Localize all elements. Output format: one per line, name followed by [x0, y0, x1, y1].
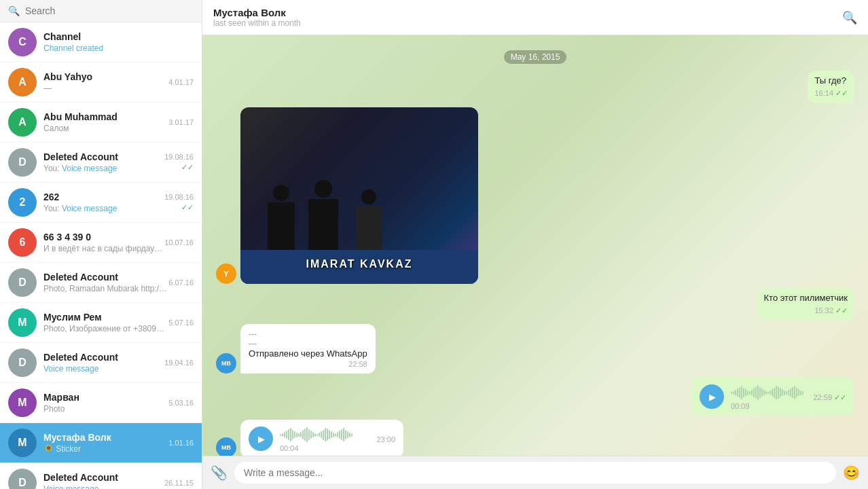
message-bubble: ------ Отправлено через WhatsApp 22:58	[240, 324, 376, 374]
avatar: C	[8, 28, 37, 56]
chat-name: Муслим Рем	[43, 312, 168, 323]
search-icon: 🔍	[8, 5, 20, 16]
chat-meta: 5.07.16	[168, 319, 194, 327]
chat-list-item[interactable]: D Deleted Account Voice message 19.04.16	[0, 343, 202, 383]
date-badge: May 16, 2015	[216, 50, 854, 64]
attach-button[interactable]: 📎	[211, 465, 228, 481]
message-meta: 16:14 ✓✓	[814, 88, 848, 98]
chat-list-item[interactable]: D Deleted Account Voice message 26.11.15	[0, 463, 202, 489]
chat-list-item[interactable]: 2 262 You: Voice message 19.08.16 ✓✓	[0, 183, 202, 223]
chat-preview: You: Voice message	[43, 204, 164, 213]
chat-list: C Channel Channel created A Abu Yahyo — …	[0, 22, 202, 489]
chat-name: Deleted Account	[43, 472, 164, 483]
chat-info: 262 You: Voice message	[43, 192, 164, 213]
chat-preview: Voice message	[43, 364, 164, 374]
message-meta: 22:58	[249, 360, 367, 368]
chat-list-item[interactable]: D Deleted Account Photo, Ramadan Mubarak…	[0, 263, 202, 303]
message-row: 00:09 22:59 ✓✓	[216, 378, 854, 416]
chat-info: Марван Photo	[43, 392, 168, 414]
message-time: 22:59	[813, 393, 832, 401]
audio-duration: 00:09	[731, 402, 806, 410]
chat-name: Марван	[43, 392, 168, 403]
message-time: 22:58	[348, 360, 367, 368]
header-search-button[interactable]: 🔍	[842, 10, 857, 25]
chat-meta: 1.01.16	[168, 439, 194, 447]
messages-area: May 16, 2015 Ты где? 16:14 ✓✓ Y	[202, 35, 868, 456]
chat-input-area: 📎 😊	[202, 456, 868, 489]
message-row: MB 00:04 23:00	[216, 420, 854, 456]
dashes: ------	[249, 329, 367, 348]
audio-duration: 00:04	[280, 444, 369, 452]
chat-info: Мустафа Волк 🌻 Sticker	[43, 432, 168, 454]
chat-list-item[interactable]: М Мустафа Волк 🌻 Sticker 1.01.16	[0, 423, 202, 463]
chat-meta: 19.04.16	[164, 359, 194, 367]
image-text: IMARAT KAVKAZ	[306, 258, 413, 270]
avatar: A	[8, 108, 37, 137]
chat-main: Мустафа Волк last seen within a month 🔍 …	[202, 0, 868, 489]
avatar: 6	[8, 228, 37, 257]
message-time: 23:00	[376, 435, 395, 443]
chat-meta: 10.07.16	[164, 238, 194, 247]
chat-name: Мустафа Волк	[43, 432, 168, 443]
avatar: D	[8, 268, 37, 297]
avatar: 2	[8, 188, 37, 217]
message-meta: 23:00	[376, 435, 395, 443]
chat-preview: Photo, Изображение от +380971266916	[43, 324, 168, 333]
message-text: Кто этот пилиметчик	[764, 292, 848, 304]
chat-list-item[interactable]: М Марван Photo 5.03.16	[0, 383, 202, 423]
chat-preview: Voice message	[43, 484, 164, 489]
emoji-button[interactable]: 😊	[843, 465, 860, 481]
chat-header: Мустафа Волк last seen within a month 🔍	[202, 0, 868, 35]
search-input[interactable]	[25, 5, 194, 16]
chat-time: 5.07.16	[168, 319, 194, 327]
avatar: D	[8, 469, 37, 489]
image-bubble: IMARAT KAVKAZ	[240, 107, 478, 284]
chat-name: Deleted Account	[43, 272, 168, 283]
chat-meta: 3.01.17	[168, 118, 194, 126]
search-bar: 🔍	[0, 0, 202, 22]
image-placeholder: IMARAT KAVKAZ	[240, 107, 478, 284]
chat-list-item[interactable]: A Abu Yahyo — 4.01.17	[0, 62, 202, 103]
avatar: Y	[216, 264, 236, 284]
chat-list-item[interactable]: М Муслим Рем Photo, Изображение от +3809…	[0, 303, 202, 343]
chat-time: 3.01.17	[168, 118, 194, 126]
play-button[interactable]	[249, 427, 273, 451]
chat-name: Deleted Account	[43, 151, 164, 162]
chat-list-item[interactable]: D Deleted Account You: Voice message 19.…	[0, 143, 202, 183]
chat-list-item[interactable]: 6 66 3 4 39 0 И в ведёт нас в сады фирда…	[0, 223, 202, 263]
chat-preview: Channel created	[43, 43, 194, 53]
chat-preview: Photo	[43, 404, 168, 414]
message-row: Кто этот пилиметчик 15:32 ✓✓	[216, 288, 854, 321]
chat-time: 19.08.16	[164, 153, 194, 161]
chat-list-item[interactable]: A Abu Muhammad Салом 3.01.17	[0, 103, 202, 143]
message-check: ✓✓	[835, 88, 848, 98]
chat-meta: 6.07.16	[168, 278, 194, 287]
chat-time: 4.01.17	[168, 78, 194, 86]
message-check: ✓✓	[834, 393, 846, 402]
message-input[interactable]	[234, 462, 836, 484]
chat-list-item[interactable]: C Channel Channel created	[0, 22, 202, 62]
chat-meta: 5.03.16	[168, 399, 194, 407]
chat-name: Abu Yahyo	[43, 71, 168, 82]
chat-meta: 19.08.16 ✓✓	[164, 153, 194, 172]
chat-name: Deleted Account	[43, 352, 164, 363]
chat-preview: И в ведёт нас в сады фирдауса.Аминь.	[43, 244, 164, 253]
chat-info: Abu Yahyo —	[43, 71, 168, 93]
audio-waveform	[280, 425, 369, 444]
audio-bubble: 00:04 23:00	[240, 420, 403, 456]
avatar: М	[8, 429, 37, 457]
avatar: М	[8, 388, 37, 417]
chat-name: 262	[43, 192, 164, 202]
chat-info: Deleted Account Photo, Ramadan Mubarak h…	[43, 272, 168, 293]
chat-time: 10.07.16	[164, 238, 194, 247]
chat-info: Channel Channel created	[43, 31, 194, 53]
chat-preview: —	[43, 84, 168, 93]
chat-info: Deleted Account Voice message	[43, 472, 164, 489]
chat-time: 5.03.16	[168, 399, 194, 407]
chat-info: Deleted Account Voice message	[43, 352, 164, 374]
message-bubble: Кто этот пилиметчик 15:32 ✓✓	[757, 288, 854, 321]
sidebar: 🔍 C Channel Channel created A Abu Yahyo …	[0, 0, 202, 489]
play-button[interactable]	[700, 384, 724, 409]
avatar: MB	[216, 437, 236, 456]
chat-time: 26.11.15	[164, 479, 194, 487]
